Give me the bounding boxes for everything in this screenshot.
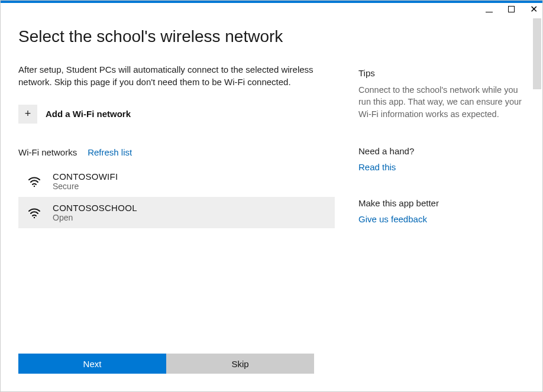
wifi-item-contososchool[interactable]: CONTOSOSCHOOL Open bbox=[18, 197, 335, 228]
feedback-section: Make this app better Give us feedback bbox=[358, 198, 525, 224]
wifi-icon bbox=[27, 205, 42, 220]
wifi-list: CONTOSOWIFI Secure CONTOSOSCHOOL Open bbox=[18, 166, 335, 228]
tips-section: Tips Connect to the school's network whi… bbox=[358, 68, 525, 120]
add-wifi-button[interactable]: + Add a Wi-Fi network bbox=[18, 105, 131, 124]
wifi-name: CONTOSOSCHOOL bbox=[53, 203, 137, 213]
next-button[interactable]: Next bbox=[18, 354, 166, 374]
wifi-item-contosowifi[interactable]: CONTOSOWIFI Secure bbox=[18, 166, 335, 197]
tips-body: Connect to the school's network while yo… bbox=[358, 84, 525, 120]
plus-icon: + bbox=[18, 105, 37, 124]
help-section: Need a hand? Read this bbox=[358, 146, 525, 172]
wifi-name: CONTOSOWIFI bbox=[53, 171, 118, 182]
page-title: Select the school's wireless network bbox=[18, 27, 335, 47]
read-this-link[interactable]: Read this bbox=[358, 162, 525, 172]
tips-heading: Tips bbox=[358, 68, 525, 78]
skip-button[interactable]: Skip bbox=[166, 354, 314, 374]
wifi-security: Secure bbox=[53, 182, 118, 191]
page-subtitle: After setup, Student PCs will automatica… bbox=[18, 63, 314, 88]
help-heading: Need a hand? bbox=[358, 146, 525, 156]
wifi-security: Open bbox=[53, 213, 137, 222]
svg-point-1 bbox=[34, 217, 35, 218]
feedback-heading: Make this app better bbox=[358, 198, 525, 208]
wifi-list-heading: Wi-Fi networks bbox=[18, 147, 77, 157]
wifi-icon bbox=[27, 173, 42, 189]
refresh-list-link[interactable]: Refresh list bbox=[88, 147, 132, 157]
svg-point-0 bbox=[34, 186, 35, 187]
add-wifi-label: Add a Wi-Fi network bbox=[46, 109, 131, 119]
feedback-link[interactable]: Give us feedback bbox=[358, 214, 525, 224]
